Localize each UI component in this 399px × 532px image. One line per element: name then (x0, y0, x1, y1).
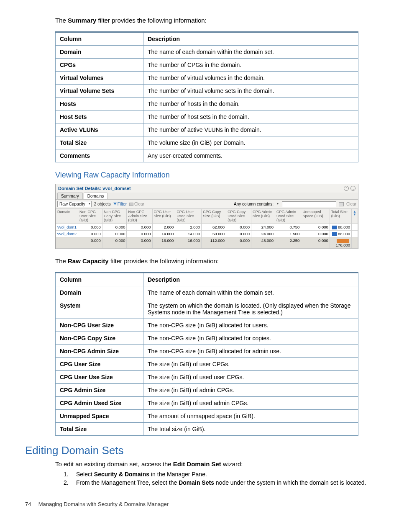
col-cpg-user[interactable]: CPG User Size (GiB) (152, 209, 175, 224)
col-domain[interactable]: Domain (56, 209, 78, 224)
text-bold: Summary (68, 17, 96, 24)
col-cpg-admin[interactable]: CPG Admin Size (GiB) (251, 209, 275, 224)
tab-domains[interactable]: Domains (84, 193, 107, 199)
text: Select (76, 471, 94, 478)
page-number: 74 (25, 501, 37, 507)
text: node under the system in which the domai… (214, 479, 366, 486)
panel-toolbar: Raw Capacity 2 objects Filter Clear Any … (56, 200, 358, 209)
text: The (55, 257, 68, 265)
col-total[interactable]: Total Size (GiB) (330, 209, 351, 224)
panel-figure: Domain Set Details: vvol_domset ⌃ ⌄ Summ… (55, 184, 374, 249)
steps-list: 1. Select Security & Domains in the Mana… (64, 471, 374, 486)
cell: The number of virtual volume sets in the… (143, 85, 358, 98)
tab-summary[interactable]: Summary (57, 193, 83, 199)
expand-icon[interactable]: ⌄ (350, 186, 356, 191)
raw-intro: The Raw Capacity filter provides the fol… (55, 257, 374, 265)
clear-link[interactable]: Clear (129, 202, 144, 206)
bar-icon (337, 239, 349, 243)
brush-icon (129, 203, 133, 206)
list-item: 1. Select Security & Domains in the Mana… (64, 471, 374, 478)
page-footer: 74 Managing Domains with Security & Doma… (25, 501, 374, 507)
cell: 24.000 (251, 224, 275, 230)
col-noncpg-admin[interactable]: Non-CPG Admin Size (GiB) (127, 209, 152, 224)
domain-set-details-panel: Domain Set Details: vvol_domset ⌃ ⌄ Summ… (55, 184, 358, 249)
text: From the Management Tree, select the (76, 479, 179, 486)
text: The (55, 17, 68, 24)
cell: Comments (56, 149, 143, 162)
cell: Any user-created comments. (143, 149, 358, 162)
cell: 48.000 (251, 237, 275, 248)
th-description: Description (143, 32, 358, 46)
cell: 2.000 (175, 224, 202, 230)
cell: CPG User Use Size (56, 370, 143, 383)
summary-table: Column Description DomainThe name of eac… (55, 31, 358, 162)
cell-empty (352, 230, 358, 237)
bar-icon (332, 232, 337, 236)
col-unmapped[interactable]: Unmapped Space (GiB) (301, 209, 330, 224)
cell: 0.000 (127, 237, 152, 248)
cell: The amount of unmapped space (in GiB). (143, 409, 358, 422)
cell-total: 88.000 (330, 230, 351, 237)
list-item: 2. From the Management Tree, select the … (64, 479, 374, 486)
cell: 50.000 (202, 230, 226, 237)
text: filter provides the following informatio… (109, 257, 219, 265)
step-text: From the Management Tree, select the Dom… (76, 479, 374, 486)
filter-dropdown[interactable]: Raw Capacity (57, 201, 92, 207)
col-cpg-admin-used[interactable]: CPG Admin Used Size (GiB) (275, 209, 301, 224)
col-noncpg-user[interactable]: Non-CPG User Size (GiB) (78, 209, 102, 224)
print-icon[interactable] (339, 202, 344, 206)
step-number: 1. (64, 471, 76, 478)
cell: The total size (in GiB). (143, 422, 358, 435)
cell: The number of active VLUNs in the domain… (143, 123, 358, 136)
collapse-icon[interactable]: ⌃ (344, 186, 349, 191)
cell: 0.000 (78, 224, 102, 230)
table-row[interactable]: vvol_dom1 0.000 0.000 0.000 2.000 2.000 … (56, 224, 358, 230)
cell: 14.000 (152, 230, 175, 237)
filter-link[interactable]: Filter (113, 202, 127, 206)
cell: The name of each domain within the domai… (143, 286, 358, 299)
cell: 2.250 (275, 237, 301, 248)
cell: 0.000 (102, 230, 127, 237)
col-noncpg-copy[interactable]: Non-CPG Copy Size (GiB) (102, 209, 127, 224)
cell: The system on which the domain is locate… (143, 299, 358, 319)
cell: The non-CPG size (in GiB) allocated for … (143, 319, 358, 332)
cell: 0.000 (102, 237, 127, 248)
text: in the Manager Pane. (149, 471, 207, 478)
cell: 14.000 (175, 230, 202, 237)
cell: Unmapped Space (56, 409, 143, 422)
cell: Hosts (56, 98, 143, 111)
any-column-dropdown[interactable]: Any column contains: (232, 201, 279, 207)
col-cpg-copy-used[interactable]: CPG Copy Used Size (GiB) (226, 209, 251, 224)
cell: The size (in GiB) of used user CPGs. (143, 370, 358, 383)
col-sort[interactable]: ▲▼ (352, 209, 358, 224)
cell: 1.500 (275, 230, 301, 237)
cell: Total Size (56, 422, 143, 435)
text: Filter (118, 202, 127, 206)
heading-raw-capacity: Viewing Raw Capacity Information (55, 171, 374, 180)
cell-value: 88.000 (338, 225, 350, 229)
cell: Non-CPG Copy Size (56, 332, 143, 344)
cell: 0.000 (226, 230, 251, 237)
cell: 16.000 (152, 237, 175, 248)
cell: CPG Admin Size (56, 383, 143, 396)
cell: CPGs (56, 59, 143, 72)
table-row[interactable]: vvol_dom2 0.000 0.000 0.000 14.000 14.00… (56, 230, 358, 237)
cell: Domain (56, 46, 143, 59)
panel-tabs: Summary Domains (56, 193, 358, 200)
edit-intro: To edit an existing domain set, access t… (55, 460, 374, 468)
text-bold: Domain Sets (179, 479, 214, 486)
cell: The non-CPG size (in GiB) allocated for … (143, 344, 358, 357)
cell: 0.000 (301, 224, 330, 230)
text: Clear (134, 202, 144, 206)
domain-link[interactable]: vvol_dom2 (56, 230, 78, 237)
text: wizard: (221, 460, 243, 468)
domain-link[interactable]: vvol_dom1 (56, 224, 78, 230)
cell: The size (in GiB) of admin CPGs. (143, 383, 358, 396)
clear-link-2[interactable]: Clear (346, 202, 356, 206)
cell: Non-CPG User Size (56, 319, 143, 332)
cell: The number of hosts in the domain. (143, 98, 358, 111)
search-input[interactable] (282, 201, 336, 207)
col-cpg-user-used[interactable]: CPG User Used Size (GiB) (175, 209, 202, 224)
col-cpg-copy[interactable]: CPG Copy Size (GiB) (202, 209, 226, 224)
step-number: 2. (64, 479, 76, 486)
